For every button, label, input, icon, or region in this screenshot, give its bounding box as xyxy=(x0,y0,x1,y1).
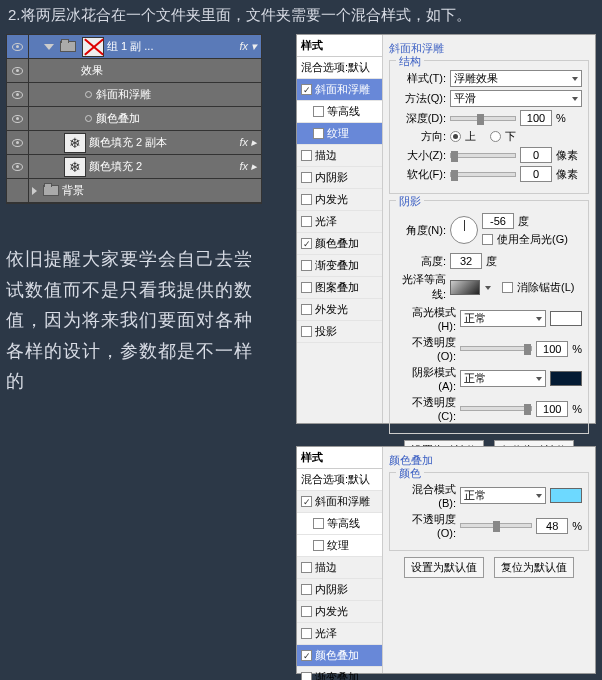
checkbox[interactable]: ✓ xyxy=(301,650,312,661)
global-light-checkbox[interactable] xyxy=(482,234,493,245)
checkbox[interactable] xyxy=(313,518,324,529)
layer-effect[interactable]: 效果 xyxy=(7,59,261,83)
eye-icon xyxy=(12,139,23,147)
checkbox[interactable] xyxy=(301,304,312,315)
layer-fill-copy[interactable]: ❄ 颜色填充 2 副本 fx ▸ xyxy=(7,131,261,155)
angle-input[interactable]: -56 xyxy=(482,213,514,229)
checkbox[interactable] xyxy=(301,194,312,205)
style-item-grad-overlay[interactable]: 渐变叠加 xyxy=(297,667,382,680)
checkbox[interactable] xyxy=(301,562,312,573)
shadow-color-swatch[interactable] xyxy=(550,371,582,386)
visibility-toggle[interactable] xyxy=(7,131,29,154)
method-select[interactable]: 平滑 xyxy=(450,90,582,107)
checkbox[interactable]: ✓ xyxy=(301,238,312,249)
dir-down-radio[interactable] xyxy=(490,131,501,142)
checkbox[interactable] xyxy=(301,672,312,680)
fx-badge[interactable]: fx ▸ xyxy=(235,160,261,173)
group-label: 阴影 xyxy=(396,194,424,209)
style-item-inner-glow[interactable]: 内发光 xyxy=(297,189,382,211)
depth-slider[interactable] xyxy=(450,116,516,121)
fx-badge[interactable]: fx ▾ xyxy=(235,40,261,53)
style-item-inner-shadow[interactable]: 内阴影 xyxy=(297,167,382,189)
soft-slider[interactable] xyxy=(450,172,516,177)
visibility-toggle[interactable] xyxy=(7,155,29,178)
make-default-button[interactable]: 设置为默认值 xyxy=(404,557,484,578)
overlay-color-swatch[interactable] xyxy=(550,488,582,503)
visibility-toggle[interactable] xyxy=(7,35,29,58)
shadow-opacity-slider[interactable] xyxy=(460,406,532,411)
layer-label: 颜色填充 2 xyxy=(89,159,142,174)
style-item-contour[interactable]: 等高线 xyxy=(297,101,382,123)
style-item-drop-shadow[interactable]: 投影 xyxy=(297,321,382,343)
style-item-texture[interactable]: 纹理 xyxy=(297,123,382,145)
style-item-satin[interactable]: 光泽 xyxy=(297,623,382,645)
layer-fill2[interactable]: ❄ 颜色填充 2 fx ▸ xyxy=(7,155,261,179)
checkbox[interactable] xyxy=(313,106,324,117)
style-select[interactable]: 浮雕效果 xyxy=(450,70,582,87)
style-item-texture[interactable]: 纹理 xyxy=(297,535,382,557)
style-item-color-overlay[interactable]: ✓颜色叠加 xyxy=(297,645,382,667)
hilight-opacity-slider[interactable] xyxy=(460,346,532,351)
style-item-stroke[interactable]: 描边 xyxy=(297,557,382,579)
checkbox[interactable] xyxy=(301,606,312,617)
antialias-checkbox[interactable] xyxy=(502,282,513,293)
checkbox[interactable] xyxy=(301,326,312,337)
checkbox[interactable]: ✓ xyxy=(301,496,312,507)
structure-group: 结构 样式(T):浮雕效果 方法(Q):平滑 深度(D):100% 方向:上 下… xyxy=(389,60,589,194)
fx-badge[interactable]: fx ▸ xyxy=(235,136,261,149)
blend-mode-select[interactable]: 正常 xyxy=(460,487,546,504)
checkbox[interactable] xyxy=(301,150,312,161)
visibility-toggle[interactable] xyxy=(7,83,29,106)
checkbox[interactable] xyxy=(301,172,312,183)
style-item-bevel[interactable]: ✓斜面和浮雕 xyxy=(297,79,382,101)
angle-dial[interactable] xyxy=(450,216,478,244)
checkbox[interactable] xyxy=(301,282,312,293)
layer-bevel[interactable]: 斜面和浮雕 xyxy=(7,83,261,107)
checkbox[interactable] xyxy=(301,584,312,595)
layer-group[interactable]: 组 1 副 ... fx ▾ xyxy=(7,35,261,59)
advice-text: 依旧提醒大家要学会自己去尝试数值而不是只看我提供的数值，因为将来我们要面对各种各… xyxy=(6,244,262,397)
style-item-blend[interactable]: 混合选项:默认 xyxy=(297,57,382,79)
visibility-toggle[interactable] xyxy=(7,59,29,82)
style-item-outer-glow[interactable]: 外发光 xyxy=(297,299,382,321)
checkbox[interactable] xyxy=(301,628,312,639)
altitude-label: 高度: xyxy=(396,254,446,269)
style-item-contour[interactable]: 等高线 xyxy=(297,513,382,535)
checkbox[interactable] xyxy=(313,128,324,139)
style-item-color-overlay[interactable]: ✓颜色叠加 xyxy=(297,233,382,255)
visibility-toggle[interactable] xyxy=(7,107,29,130)
hilight-opacity-input[interactable]: 100 xyxy=(536,341,568,357)
style-item-satin[interactable]: 光泽 xyxy=(297,211,382,233)
style-item-stroke[interactable]: 描边 xyxy=(297,145,382,167)
layer-background[interactable]: 背景 xyxy=(7,179,261,203)
checkbox[interactable] xyxy=(313,540,324,551)
folder-icon xyxy=(60,41,76,52)
visibility-toggle[interactable] xyxy=(7,179,29,202)
hilight-mode-select[interactable]: 正常 xyxy=(460,310,546,327)
size-input[interactable]: 0 xyxy=(520,147,552,163)
hilight-color-swatch[interactable] xyxy=(550,311,582,326)
collapse-icon[interactable] xyxy=(32,187,37,195)
style-item-inner-glow[interactable]: 内发光 xyxy=(297,601,382,623)
shadow-opacity-input[interactable]: 100 xyxy=(536,401,568,417)
opacity-input[interactable]: 48 xyxy=(536,518,568,534)
style-item-bevel[interactable]: ✓斜面和浮雕 xyxy=(297,491,382,513)
layer-color-overlay[interactable]: 颜色叠加 xyxy=(7,107,261,131)
checkbox[interactable] xyxy=(301,216,312,227)
size-slider[interactable] xyxy=(450,153,516,158)
expand-icon[interactable] xyxy=(44,44,54,50)
style-item-blend[interactable]: 混合选项:默认 xyxy=(297,469,382,491)
dir-up-radio[interactable] xyxy=(450,131,461,142)
depth-input[interactable]: 100 xyxy=(520,110,552,126)
soft-input[interactable]: 0 xyxy=(520,166,552,182)
shadow-mode-select[interactable]: 正常 xyxy=(460,370,546,387)
opacity-slider[interactable] xyxy=(460,523,532,528)
altitude-input[interactable]: 32 xyxy=(450,253,482,269)
style-item-inner-shadow[interactable]: 内阴影 xyxy=(297,579,382,601)
style-item-grad-overlay[interactable]: 渐变叠加 xyxy=(297,255,382,277)
checkbox[interactable]: ✓ xyxy=(301,84,312,95)
gloss-contour-picker[interactable] xyxy=(450,280,480,295)
checkbox[interactable] xyxy=(301,260,312,271)
reset-default-button[interactable]: 复位为默认值 xyxy=(494,557,574,578)
style-item-pattern-overlay[interactable]: 图案叠加 xyxy=(297,277,382,299)
